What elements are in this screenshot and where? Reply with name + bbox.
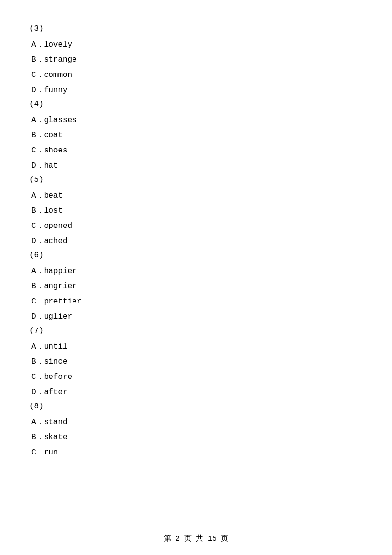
option-q5-1: B．lost: [29, 205, 363, 216]
question-number-q6: (6): [29, 251, 363, 260]
option-q5-2: C．opened: [29, 221, 363, 231]
option-q4-0: A．glasses: [29, 115, 363, 125]
page-content: (3)A．lovelyB．strangeC．commonD．funny(4)A．…: [0, 0, 392, 492]
question-number-q4: (4): [29, 100, 363, 109]
option-q6-2: C．prettier: [29, 296, 363, 306]
option-q7-2: C．before: [29, 372, 363, 382]
option-q3-0: A．lovely: [29, 39, 363, 50]
page-footer: 第 2 页 共 15 页: [0, 534, 392, 543]
option-q6-1: B．angrier: [29, 281, 363, 291]
option-q5-3: D．ached: [29, 236, 363, 246]
option-q7-3: D．after: [29, 387, 363, 397]
footer-text: 第 2 页 共 15 页: [164, 535, 228, 543]
option-q6-0: A．happier: [29, 266, 363, 276]
option-q7-0: A．until: [29, 341, 363, 352]
option-q8-1: B．skate: [29, 432, 363, 442]
option-q4-3: D．hat: [29, 160, 363, 171]
question-number-q7: (7): [29, 327, 363, 335]
question-number-q5: (5): [29, 176, 363, 184]
question-number-q8: (8): [29, 402, 363, 411]
question-number-q3: (3): [29, 25, 363, 33]
option-q4-2: C．shoes: [29, 145, 363, 155]
option-q3-2: C．common: [29, 70, 363, 80]
option-q3-3: D．funny: [29, 85, 363, 95]
option-q6-3: D．uglier: [29, 311, 363, 322]
option-q8-0: A．stand: [29, 417, 363, 427]
option-q5-0: A．beat: [29, 190, 363, 201]
option-q3-1: B．strange: [29, 54, 363, 65]
option-q7-1: B．since: [29, 356, 363, 367]
option-q8-2: C．run: [29, 447, 363, 457]
option-q4-1: B．coat: [29, 130, 363, 140]
